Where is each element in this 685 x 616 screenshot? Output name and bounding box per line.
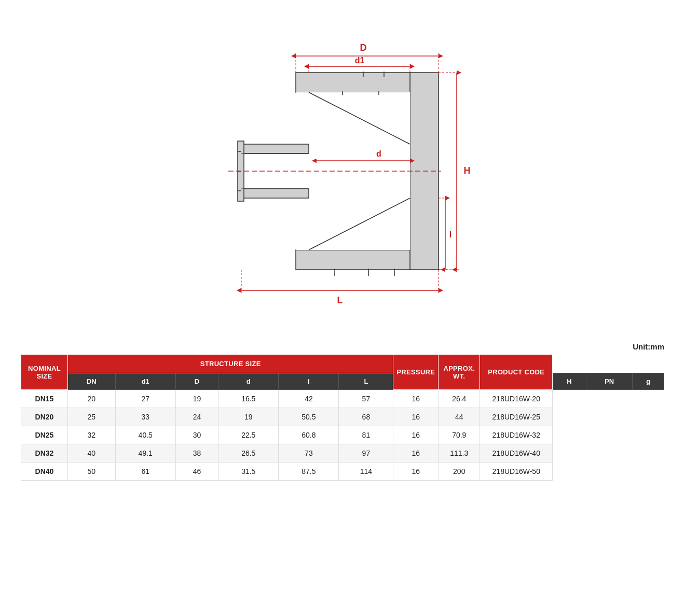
- cell-dn: DN32: [21, 444, 68, 463]
- cell-value: 50: [68, 463, 116, 481]
- cell-value: 26.5: [218, 444, 279, 463]
- col-H: H: [553, 373, 586, 390]
- cell-value: 60.8: [279, 426, 339, 444]
- cell-value: 16: [393, 463, 439, 481]
- table-row: DN253240.53022.560.8811670.9218UD16W-32: [21, 426, 664, 444]
- cell-dn: DN25: [21, 426, 68, 444]
- cell-product-code: 218UD16W-40: [480, 444, 553, 463]
- svg-rect-1: [296, 73, 410, 92]
- cell-value: 87.5: [279, 463, 339, 481]
- cell-value: 38: [175, 444, 218, 463]
- cell-product-code: 218UD16W-32: [480, 426, 553, 444]
- cell-value: 32: [68, 426, 116, 444]
- col-approx-wt: APPROX.WT.: [439, 355, 480, 390]
- svg-text:d1: d1: [355, 56, 365, 65]
- cell-value: 200: [439, 463, 480, 481]
- cell-product-code: 218UD16W-50: [480, 463, 553, 481]
- cell-value: 19: [218, 408, 279, 426]
- cell-value: 22.5: [218, 426, 279, 444]
- cell-value: 46: [175, 463, 218, 481]
- col-g: g: [633, 373, 664, 390]
- cell-product-code: 218UD16W-25: [480, 408, 553, 426]
- svg-text:L: L: [337, 295, 343, 305]
- svg-text:H: H: [464, 165, 471, 176]
- cell-value: 16: [393, 426, 439, 444]
- cell-value: 42: [279, 390, 339, 408]
- col-d: d: [218, 373, 279, 390]
- svg-text:d: d: [376, 149, 381, 158]
- cell-value: 40.5: [115, 426, 175, 444]
- table-body: DN1520271916.542571626.4218UD16W-20DN202…: [21, 390, 664, 481]
- technical-diagram: D d1 d H l L: [161, 21, 524, 321]
- cell-value: 44: [439, 408, 480, 426]
- cell-value: 33: [115, 408, 175, 426]
- cell-dn: DN20: [21, 408, 68, 426]
- table-header-row-2: DN d1 D d l L H PN g: [21, 373, 664, 390]
- cell-value: 111.3: [439, 444, 480, 463]
- unit-label: Unit:mm: [21, 342, 664, 351]
- col-L: L: [339, 373, 393, 390]
- specs-table: NOMINALSIZE STRUCTURE SIZE PRESSURE APPR…: [21, 354, 664, 481]
- cell-value: 114: [339, 463, 393, 481]
- col-structure-size: STRUCTURE SIZE: [68, 355, 393, 373]
- cell-value: 70.9: [439, 426, 480, 444]
- col-dn: DN: [68, 373, 116, 390]
- cell-value: 61: [115, 463, 175, 481]
- table-row: DN1520271916.542571626.4218UD16W-20: [21, 390, 664, 408]
- cell-value: 24: [175, 408, 218, 426]
- cell-dn: DN40: [21, 463, 68, 481]
- cell-value: 49.1: [115, 444, 175, 463]
- col-nominal-size: NOMINALSIZE: [21, 355, 68, 390]
- cell-value: 68: [339, 408, 393, 426]
- cell-value: 30: [175, 426, 218, 444]
- col-d1: d1: [115, 373, 175, 390]
- cell-product-code: 218UD16W-20: [480, 390, 553, 408]
- cell-value: 16: [393, 390, 439, 408]
- cell-value: 26.4: [439, 390, 480, 408]
- col-D: D: [175, 373, 218, 390]
- cell-value: 16: [393, 444, 439, 463]
- cell-value: 97: [339, 444, 393, 463]
- cell-value: 27: [115, 390, 175, 408]
- cell-value: 20: [68, 390, 116, 408]
- cell-value: 57: [339, 390, 393, 408]
- cell-value: 31.5: [218, 463, 279, 481]
- cell-value: 73: [279, 444, 339, 463]
- cell-value: 25: [68, 408, 116, 426]
- cell-value: 16: [393, 408, 439, 426]
- table-row: DN4050614631.587.511416200218UD16W-50: [21, 463, 664, 481]
- cell-value: 81: [339, 426, 393, 444]
- cell-value: 19: [175, 390, 218, 408]
- diagram-area: D d1 d H l L: [0, 0, 685, 342]
- table-header-row-1: NOMINALSIZE STRUCTURE SIZE PRESSURE APPR…: [21, 355, 664, 373]
- cell-value: 40: [68, 444, 116, 463]
- table-row: DN324049.13826.5739716111.3218UD16W-40: [21, 444, 664, 463]
- svg-rect-5: [241, 189, 309, 198]
- col-pressure: PRESSURE: [393, 355, 439, 390]
- svg-text:D: D: [360, 43, 367, 53]
- col-PN: PN: [586, 373, 633, 390]
- cell-value: 16.5: [218, 390, 279, 408]
- table-row: DN202533241950.5681644218UD16W-25: [21, 408, 664, 426]
- col-l: l: [279, 373, 339, 390]
- table-area: Unit:mm NOMINALSIZE STRUCTURE SIZE PRESS…: [0, 342, 685, 481]
- col-product-code: PRODUCT CODE: [480, 355, 553, 390]
- cell-value: 50.5: [279, 408, 339, 426]
- svg-rect-4: [241, 144, 309, 153]
- svg-text:l: l: [449, 230, 451, 239]
- svg-rect-2: [296, 250, 410, 270]
- cell-dn: DN15: [21, 390, 68, 408]
